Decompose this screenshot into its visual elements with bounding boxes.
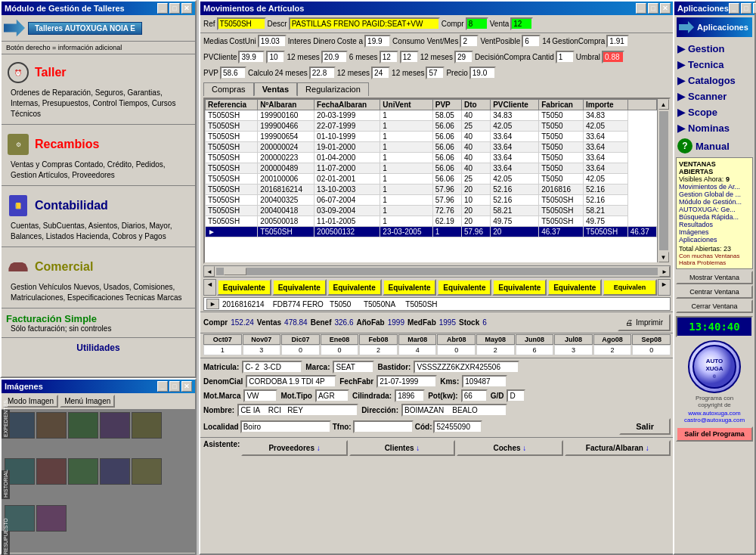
dias-29-val[interactable] [454,51,473,64]
table-row[interactable]: T5050SH20000048911-07-2000156.064033.64T… [206,163,657,174]
app-maximize-btn[interactable]: □ [741,3,751,14]
menu-imagen-btn[interactable]: Menú Imagen [60,395,115,408]
scanner-section[interactable]: ▶ Scanner [674,88,754,104]
equiv-8[interactable]: Equivalen [603,279,657,296]
window-item-8[interactable]: Aplicaciones [679,236,750,243]
meses-10-input[interactable] [266,51,285,64]
tab-compras[interactable]: Compras [203,82,254,96]
table-row[interactable]: T5050SH20050001811-01-2005162.192049.75T… [206,216,657,227]
meses-57-val[interactable] [426,67,445,79]
consumo-input[interactable] [460,35,479,48]
window-item-2[interactable]: Gestion Global de ... [679,191,750,198]
talleres-btn[interactable]: Talleres AUTOXUGA NOIA E [28,22,142,35]
mov-maximize-btn[interactable]: □ [648,3,658,14]
window-item-1[interactable]: Movimientos de Ar... [679,183,750,191]
scope-section[interactable]: ▶ Scope [674,104,754,120]
window-item-3[interactable]: Módulo de Gestión... [679,198,750,206]
equiv-7[interactable]: Equivalente [547,279,602,296]
close-btn[interactable]: ✕ [181,3,192,14]
scroll-h-thumb[interactable] [224,268,246,275]
comercial-title[interactable]: Comercial [35,260,93,274]
mov-close-btn[interactable]: ✕ [660,3,671,14]
table-row[interactable]: T5050SH201681621413-10-2003157.962052.16… [206,184,657,195]
img-thumb-12[interactable] [36,505,67,532]
img-thumb-7[interactable] [36,458,67,485]
utilidades[interactable]: Utilidades [2,340,195,356]
cost-uni-input[interactable] [258,35,287,48]
marca-input[interactable] [333,361,374,374]
minimize-btn[interactable]: _ [157,3,168,14]
catalogos-section[interactable]: ▶ Catalogos [674,73,754,88]
meses-24b-val[interactable] [371,67,390,79]
meses-12-input[interactable] [321,51,348,64]
cilindrada-input[interactable] [395,389,425,402]
descr-input[interactable] [289,17,440,30]
equiv-3[interactable]: Equivalente [327,279,382,296]
compr-input[interactable] [466,17,488,30]
matricula-input[interactable] [242,361,302,374]
img-thumb-8[interactable] [68,458,98,485]
equiv-nav-right[interactable]: ► [658,279,671,296]
img-thumb-5[interactable] [132,412,162,439]
table-row[interactable]: T5050SH20000022301-04-2000156.064033.64T… [206,153,657,163]
manual-section[interactable]: ? Manual [674,136,754,156]
pot-kw-input[interactable] [461,389,488,402]
scroll-thumb[interactable] [659,111,668,250]
window-item-5[interactable]: Búsqueda Rápida... [679,213,750,221]
img-thumb-4[interactable] [100,412,130,439]
app-close-btn[interactable]: ✕ [753,3,756,14]
tab-ventas[interactable]: Ventas [254,82,297,96]
table-row[interactable]: T5050SH20040032506-07-2004157.961052.16T… [206,195,657,206]
kms-input[interactable] [462,375,507,388]
salir-programa-btn[interactable]: Salir del Programa [676,426,753,442]
equiv-5[interactable]: Equivalente [437,279,491,296]
meses-6-val[interactable] [380,51,398,64]
equiv-nav-left[interactable]: ◄ [203,279,216,296]
equiv-4[interactable]: Equivalente [383,279,437,296]
window-item-4[interactable]: AUTOXUGA: Ge... [679,206,750,213]
recambios-title[interactable]: Recambios [35,138,99,151]
clientes-btn[interactable]: Clientes ↓ [349,440,455,456]
scroll-h-track[interactable] [216,268,658,275]
gestion-compra-input[interactable] [606,35,629,48]
scroll-down-btn[interactable]: ▼ [658,252,669,262]
equiv-2[interactable]: Equivalente [272,279,327,296]
equiv-1[interactable]: Equivalente [217,279,271,296]
scroll-up-btn[interactable]: ▲ [658,99,669,110]
tecnica-section[interactable]: ▶ Tecnica [674,57,754,73]
table-row[interactable]: T5050SH19990065401-10-1999156.064033.64T… [206,132,657,142]
meses-24-input[interactable] [309,67,336,79]
tfno-input[interactable] [353,420,414,433]
bastidor-input[interactable] [414,361,519,374]
table-row[interactable]: T5050SH20040041803-09-2004172.762058.21T… [206,206,657,216]
window-item-7[interactable]: Imágenes [679,228,750,236]
img-thumb-9[interactable] [100,458,130,485]
cantid-input[interactable] [556,51,575,64]
coches-btn[interactable]: Coches ↓ [457,440,562,456]
coste-input[interactable] [364,35,391,48]
venta-input[interactable] [510,17,533,30]
table-row[interactable]: T5050SH20000002419-01-2000156.064033.64T… [206,142,657,153]
img-maximize-btn[interactable]: □ [169,381,180,392]
mot-marca-input[interactable] [243,389,277,402]
mostrar-ventana-btn[interactable]: Mostrar Ventana [676,271,753,284]
equiv-6[interactable]: Equivalente [492,279,547,296]
tab-regularizacion[interactable]: Regularizacion [297,82,369,96]
table-row[interactable]: T5050SH19990046622-07-1999156.062542.05T… [206,121,657,132]
fech-fab-input[interactable] [376,375,437,388]
nominas-section[interactable]: ▶ Nominas [674,120,754,136]
proveedores-btn[interactable]: Proveedores ↓ [241,440,347,456]
taller-title[interactable]: Taller [35,66,67,79]
mot-tipo-input[interactable] [315,389,349,402]
img-close-btn[interactable]: ✕ [181,381,192,392]
img-thumb-10[interactable] [132,458,162,485]
pvp-input[interactable] [220,67,246,79]
table-row[interactable]: T5050SH20010000602-01-2001156.062542.05T… [206,174,657,184]
cod-input[interactable] [433,420,482,433]
window-item-6[interactable]: Resultados [679,221,750,228]
precio-input[interactable] [469,67,496,79]
imprimir-btn[interactable]: 🖨 Imprimir [618,314,671,331]
localidad-input[interactable] [240,420,331,433]
salir-btn[interactable]: Salir [619,418,671,435]
equiv-data-nav[interactable]: ► [206,299,219,309]
